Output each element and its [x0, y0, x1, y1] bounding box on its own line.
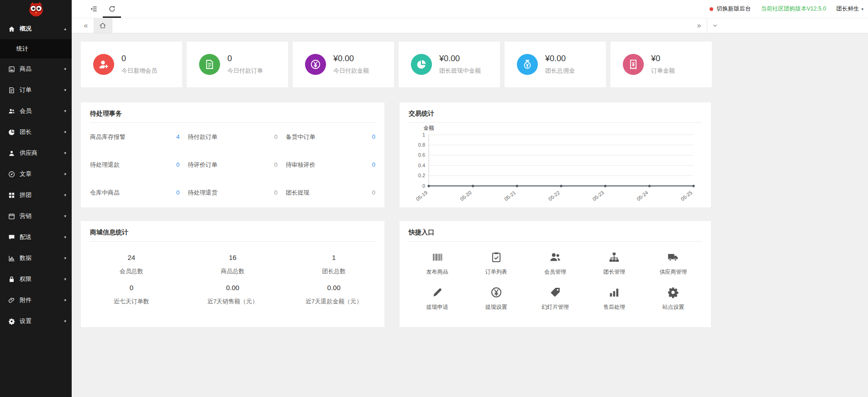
- sidebar: 概况▴统计商品▾订单▾会员▾团长▾供应商▾文章▾拼团▾营销▾配送▾数据▾权限▾附…: [0, 0, 72, 397]
- quick-entry-label: 团长管理: [585, 268, 644, 276]
- coin-bag-icon: [517, 54, 538, 75]
- supplier-icon: [8, 149, 15, 157]
- sidebar-item-leader[interactable]: 团长▾: [0, 122, 72, 143]
- org-icon: [585, 251, 644, 265]
- quick-entry-pen[interactable]: 提现申请: [408, 286, 467, 311]
- pending-count-link[interactable]: 0: [372, 189, 375, 196]
- quick-entry-truck[interactable]: 供应商管理: [644, 251, 703, 276]
- pending-count-link[interactable]: 0: [372, 133, 375, 140]
- caret-up-icon: ▴: [64, 26, 66, 31]
- quick-entry-label: 会员管理: [526, 268, 584, 276]
- quick-entry-gear[interactable]: 站点设置: [644, 286, 703, 311]
- pen-icon: [408, 286, 467, 300]
- tabbar: « »: [72, 18, 868, 33]
- sidebar-item-label: 附件: [20, 296, 32, 304]
- svg-text:05-20: 05-20: [459, 190, 473, 202]
- pending-count-link[interactable]: 0: [274, 133, 277, 140]
- quick-entry-member[interactable]: 会员管理: [526, 251, 584, 276]
- switch-new-admin-link[interactable]: 切换新版后台: [710, 5, 751, 13]
- pending-grid: 商品库存报警4待付款订单0备货中订单0待处理退款0待评价订单0待审核评价0仓库中…: [81, 123, 384, 206]
- version-link[interactable]: 当前社区团购版本V12.5.0: [761, 5, 826, 13]
- sidebar-item-label: 营销: [20, 212, 32, 220]
- delivery-icon: [8, 233, 15, 241]
- yen-ring-icon: [305, 54, 326, 75]
- scroll-tabs-right-button[interactable]: »: [691, 18, 707, 33]
- quick-entry-label: 售后处理: [585, 303, 644, 311]
- sidebar-item-supplier[interactable]: 供应商▾: [0, 143, 72, 164]
- sidebar-subitem[interactable]: 统计: [0, 39, 72, 58]
- sidebar-item-permission[interactable]: 权限▾: [0, 269, 72, 290]
- sidebar-item-order[interactable]: 订单▾: [0, 79, 72, 101]
- caret-down-icon: ▾: [64, 130, 66, 134]
- article-icon: [8, 170, 15, 178]
- sidebar-item-label: 商品: [20, 65, 32, 73]
- stat-value: ¥0.00: [333, 54, 369, 64]
- quick-entry-label: 站点设置: [644, 303, 703, 311]
- sidebar-item-home[interactable]: 概况▴: [0, 18, 72, 39]
- sidebar-item-label: 文章: [20, 170, 32, 178]
- groupon-icon: [8, 191, 15, 199]
- caret-down-icon: ▾: [64, 193, 66, 197]
- quick-entry-tag[interactable]: 幻灯片管理: [526, 286, 584, 311]
- quick-entry-label: 订单列表: [467, 268, 526, 276]
- sidebar-item-label: 配送: [20, 233, 32, 241]
- quick-entry-bars[interactable]: 售后处理: [585, 286, 644, 311]
- quick-entry-label: 供应商管理: [644, 268, 703, 276]
- scroll-tabs-left-button[interactable]: «: [78, 18, 94, 33]
- sidebar-item-attachment[interactable]: 附件▾: [0, 290, 72, 311]
- caret-down-icon: ▾: [64, 235, 66, 239]
- quick-entry-yen-ring[interactable]: 提现设置: [467, 286, 526, 311]
- mall-stat: 0.00近7天退款金额（元）: [283, 284, 384, 306]
- sidebar-item-article[interactable]: 文章▾: [0, 164, 72, 185]
- quick-entry-org[interactable]: 团长管理: [585, 251, 644, 276]
- quick-entry-order-list[interactable]: 订单列表: [467, 251, 526, 276]
- stat-label: 今日付款金额: [333, 67, 369, 75]
- pending-label: 备货中订单: [286, 133, 316, 141]
- sidebar-item-member[interactable]: 会员▾: [0, 101, 72, 122]
- bars-icon: [585, 286, 644, 300]
- svg-text:05-25: 05-25: [680, 190, 694, 202]
- panel-title: 商城信息统计: [90, 221, 375, 242]
- red-dot-icon: [710, 7, 713, 11]
- mall-stats-grid: 24会员总数16商品总数1团长总数0近七天订单数0.00近7天销售额（元）0.0…: [81, 242, 384, 306]
- mall-stat: 16商品总数: [182, 254, 284, 275]
- mall-stat-value: 0.00: [182, 284, 284, 291]
- user-menu[interactable]: 团长鲜生 ▾: [836, 5, 863, 13]
- mall-stat-value: 16: [182, 254, 284, 261]
- mall-stat-label: 近7天销售额（元）: [182, 297, 284, 306]
- stat-card: 0今日新增会员: [81, 42, 182, 87]
- mall-stat: 1团长总数: [283, 254, 384, 275]
- refresh-icon[interactable]: [103, 0, 121, 18]
- tab-operations-dropdown[interactable]: [707, 18, 723, 33]
- stat-value: 0: [121, 54, 157, 64]
- sidebar-item-marketing[interactable]: 营销▾: [0, 206, 72, 227]
- pending-count-link[interactable]: 0: [176, 189, 179, 196]
- pending-item: 待审核评价0: [286, 151, 375, 179]
- caret-down-icon: ▾: [64, 67, 66, 71]
- member-icon: [8, 107, 15, 115]
- mall-stat-value: 24: [81, 254, 182, 261]
- barcode-icon: [408, 251, 467, 265]
- user-plus-icon: [93, 54, 114, 75]
- pending-count-link[interactable]: 0: [274, 161, 277, 168]
- pending-count-link[interactable]: 0: [372, 161, 375, 168]
- sidebar-item-groupon[interactable]: 拼团▾: [0, 185, 72, 206]
- quick-entry-barcode[interactable]: 发布商品: [408, 251, 467, 276]
- home-tab[interactable]: [94, 18, 112, 33]
- sidebar-item-data[interactable]: 数据▾: [0, 248, 72, 269]
- sidebar-item-gear[interactable]: 设置▾: [0, 311, 72, 332]
- caret-down-icon: ▾: [64, 88, 66, 92]
- quick-entry-label: 提现设置: [467, 303, 526, 311]
- menu-fold-icon[interactable]: [84, 0, 103, 18]
- sidebar-item-goods[interactable]: 商品▾: [0, 58, 72, 79]
- pending-item: 待处理退货0: [188, 179, 277, 206]
- sidebar-item-label: 权限: [20, 275, 32, 283]
- sidebar-item-delivery[interactable]: 配送▾: [0, 227, 72, 248]
- pending-count-link[interactable]: 0: [274, 189, 277, 196]
- app-logo[interactable]: [0, 0, 72, 18]
- pending-count-link[interactable]: 0: [176, 161, 179, 168]
- panel-title: 交易统计: [409, 102, 702, 123]
- sidebar-item-label: 拼团: [20, 191, 32, 199]
- yen-ring-icon: [467, 286, 526, 300]
- pending-count-link[interactable]: 4: [176, 133, 179, 140]
